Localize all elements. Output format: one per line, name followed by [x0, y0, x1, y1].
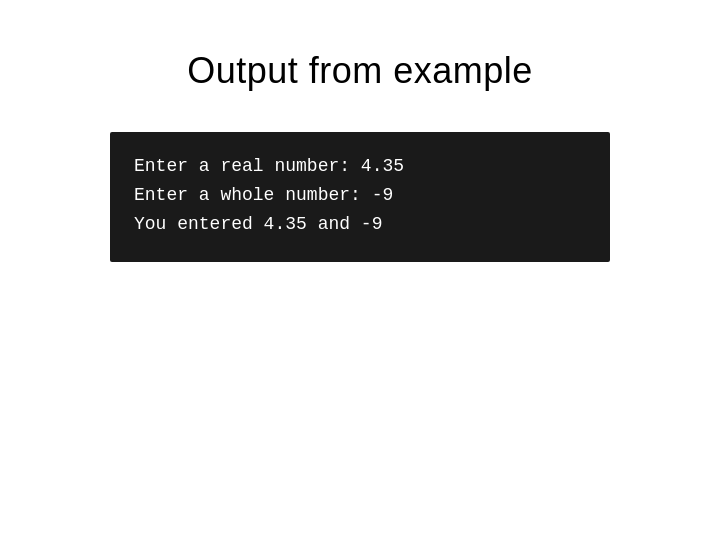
page-title: Output from example: [187, 50, 533, 92]
terminal-line-3: You entered 4.35 and -9: [134, 210, 586, 239]
terminal-line-1: Enter a real number: 4.35: [134, 152, 586, 181]
terminal-output: Enter a real number: 4.35 Enter a whole …: [110, 132, 610, 262]
terminal-line-2: Enter a whole number: -9: [134, 181, 586, 210]
